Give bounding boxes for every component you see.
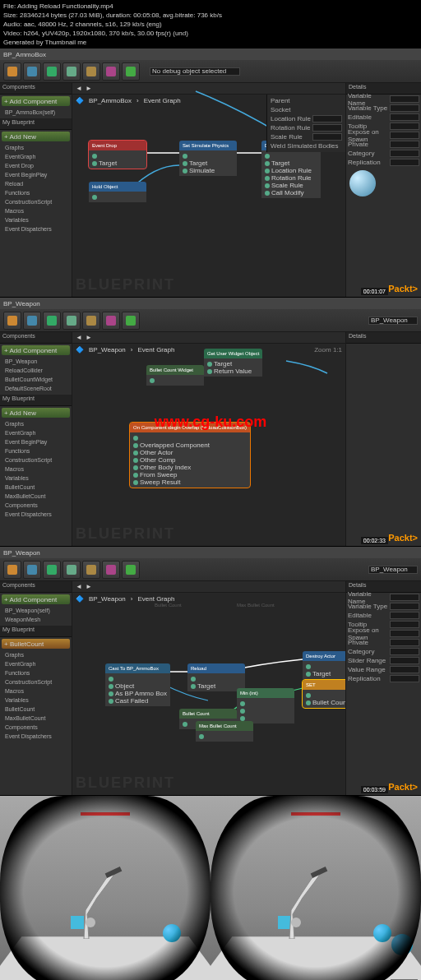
class-settings-button[interactable]: [62, 312, 81, 330]
graph-node[interactable]: Hold Object: [89, 182, 146, 202]
pin-icon[interactable]: [109, 684, 113, 689]
node-pin-row[interactable]: Target: [265, 159, 317, 167]
detail-field[interactable]: [390, 666, 419, 673]
bp-item[interactable]: Graphs: [2, 419, 70, 428]
pin-icon[interactable]: [265, 191, 270, 196]
pin-icon[interactable]: [240, 709, 245, 714]
detail-field[interactable]: [390, 150, 419, 157]
node-pin-row[interactable]: Object: [109, 682, 167, 690]
node-pin-row[interactable]: Target: [207, 360, 259, 368]
class-defaults-button[interactable]: [82, 561, 100, 579]
myblueprint-tab[interactable]: My Blueprint: [0, 626, 72, 637]
pin-icon[interactable]: [92, 161, 97, 166]
pin-icon[interactable]: [133, 473, 138, 478]
detail-field[interactable]: [390, 621, 419, 628]
bp-item[interactable]: BulletCount: [2, 483, 70, 492]
bp-item[interactable]: Event Dispatchers: [2, 732, 70, 741]
components-tab[interactable]: Components: [0, 581, 72, 593]
pin-icon[interactable]: [92, 154, 97, 159]
pin-icon[interactable]: [183, 154, 187, 159]
pin-icon[interactable]: [133, 465, 138, 470]
detail-field[interactable]: [390, 132, 419, 139]
compile-button[interactable]: [3, 561, 21, 579]
play-button[interactable]: [122, 561, 140, 579]
tab-label[interactable]: BP_Weapon: [368, 317, 418, 325]
detail-field[interactable]: [390, 648, 419, 655]
graph-node[interactable]: On Component Begin Overlap (ReloadCollis…: [130, 423, 250, 488]
play-button[interactable]: [122, 62, 140, 81]
node-pin-row[interactable]: Sweep Result: [133, 478, 247, 486]
pin-icon[interactable]: [207, 362, 212, 367]
pin-icon[interactable]: [183, 722, 187, 727]
node-pin-row[interactable]: [92, 152, 143, 159]
pin-icon[interactable]: [306, 693, 311, 698]
detail-field[interactable]: [390, 603, 419, 610]
pin-icon[interactable]: [306, 672, 311, 677]
class-defaults-button[interactable]: [82, 312, 100, 330]
node-pin-row[interactable]: [306, 663, 345, 670]
component-item[interactable]: BP_Weapon(self): [2, 606, 70, 615]
node-pin-row[interactable]: [183, 152, 234, 159]
detail-field[interactable]: [390, 104, 419, 112]
node-pin-row[interactable]: [92, 193, 143, 201]
graph-node[interactable]: Min (int): [237, 688, 294, 723]
bp-item[interactable]: Event Dispatchers: [2, 510, 70, 519]
component-item[interactable]: BP_Weapon: [2, 357, 70, 366]
detail-field[interactable]: [390, 630, 419, 637]
node-pin-row[interactable]: [199, 733, 250, 740]
bp-item[interactable]: Functions: [2, 446, 70, 455]
bp-item[interactable]: Event Drop: [2, 161, 70, 170]
pin-icon[interactable]: [133, 480, 138, 485]
detail-field[interactable]: [390, 612, 419, 619]
class-settings-button[interactable]: [62, 561, 81, 579]
pin-icon[interactable]: [265, 183, 270, 188]
node-pin-row[interactable]: [240, 700, 291, 707]
event-graph[interactable]: ◄► 🔷 BP_Weapon› Event Graph Bullet Count…: [72, 581, 345, 795]
component-item[interactable]: ReloadCollider: [2, 366, 70, 375]
pin-icon[interactable]: [183, 161, 187, 166]
bp-item[interactable]: ConstructionScript: [2, 455, 70, 465]
simulation-button[interactable]: [102, 62, 120, 81]
detail-field[interactable]: [390, 141, 419, 148]
graph-node[interactable]: SETBullet Count: [303, 680, 345, 708]
bp-item[interactable]: BulletCount: [2, 705, 70, 714]
node-pin-row[interactable]: From Sweep: [133, 471, 247, 478]
bp-item[interactable]: ConstructionScript: [2, 677, 70, 686]
detail-field[interactable]: [390, 675, 419, 682]
component-item[interactable]: BP_AmmoBox(self): [2, 108, 70, 117]
node-pin-row[interactable]: [109, 675, 167, 682]
fwd-icon[interactable]: ►: [86, 583, 92, 590]
pin-icon[interactable]: [240, 716, 245, 721]
myblueprint-tab[interactable]: My Blueprint: [0, 118, 72, 130]
bp-item[interactable]: Macros: [2, 465, 70, 474]
debug-object-dropdown[interactable]: No debug object selected: [150, 67, 240, 76]
graph-node[interactable]: Bullet Count Widget: [146, 365, 204, 386]
graph-node[interactable]: ReloadTarget: [187, 663, 245, 691]
node-pin-row[interactable]: [265, 152, 317, 159]
node-pin-row[interactable]: Location Rule: [265, 167, 317, 174]
find-button[interactable]: [43, 561, 61, 579]
pin-icon[interactable]: [109, 699, 113, 704]
back-icon[interactable]: ◄: [76, 334, 82, 341]
pin-icon[interactable]: [109, 691, 113, 696]
node-pin-row[interactable]: Bullet Count: [306, 699, 345, 706]
node-pin-row[interactable]: [240, 707, 291, 714]
bp-item[interactable]: Graphs: [2, 650, 70, 659]
graph-node[interactable]: Get User Widget ObjectTargetReturn Value: [204, 349, 262, 377]
detail-field[interactable]: [390, 95, 419, 103]
pin-icon[interactable]: [199, 734, 204, 739]
bp-item[interactable]: Reload: [2, 179, 70, 188]
find-button[interactable]: [43, 312, 61, 330]
event-graph[interactable]: ◄ ► 🔷 BP_AmmoBox › Event Graph Event Dro…: [72, 83, 345, 297]
node-pin-row[interactable]: Other Body Index: [133, 464, 247, 471]
pin-icon[interactable]: [109, 677, 113, 682]
details-tab[interactable]: Details: [346, 332, 421, 344]
pin-icon[interactable]: [207, 369, 212, 374]
detail-field[interactable]: [390, 639, 419, 646]
pin-icon[interactable]: [306, 664, 311, 669]
node-pin-row[interactable]: Target: [92, 159, 143, 167]
node-pin-row[interactable]: Overlapped Component: [133, 441, 247, 449]
bp-item[interactable]: Components: [2, 501, 70, 510]
node-pin-row[interactable]: Return Value: [207, 368, 259, 375]
pin-icon[interactable]: [92, 195, 97, 200]
